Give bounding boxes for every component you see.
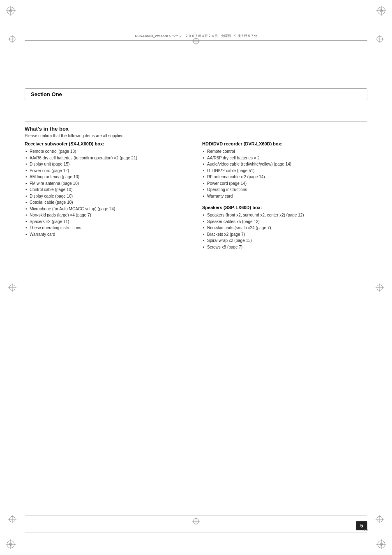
list-item: Operating instructions — [202, 187, 367, 193]
side-mark-mr — [376, 283, 384, 292]
intro-text: Please confirm that the following items … — [25, 134, 367, 138]
list-item: Spacers ×2 (page 11) — [25, 219, 190, 225]
list-item: Display unit (page 15) — [25, 161, 190, 168]
section-title: What's in the box — [25, 126, 367, 132]
side-mark-bl — [8, 515, 16, 524]
corner-mark-br — [371, 534, 386, 549]
two-column-layout: Receiver subwoofer (SX-LX60D) box: Remot… — [25, 141, 367, 256]
list-item: AA/R6P dry cell batteries × 2 — [202, 155, 367, 161]
hdd-box-title: HDD/DVD recorder (DVR-LX60D) box: — [202, 141, 367, 146]
list-item: These operating instructions — [25, 225, 190, 231]
list-item: Warranty card — [25, 231, 190, 238]
bottom-line-1 — [25, 516, 367, 516]
list-item: Coaxial cable (page 10) — [25, 199, 190, 206]
receiver-box-title: Receiver subwoofer (SX-LX60D) box: — [25, 141, 190, 146]
list-item: Display cable (page 10) — [25, 193, 190, 200]
bottom-line-2 — [25, 532, 367, 532]
list-item: Remote control — [202, 148, 367, 155]
list-item: FM wire antenna (page 10) — [25, 180, 190, 187]
center-top-crosshair — [192, 37, 200, 46]
list-item: AM loop antenna (page 10) — [25, 174, 190, 180]
list-item: Power cord (page 14) — [202, 180, 367, 187]
list-item: Non-skid pads (small) x24 (page 7) — [202, 225, 367, 231]
side-mark-br — [376, 515, 384, 524]
list-item: Control cable (page 10) — [25, 187, 190, 193]
main-content: What's in the box Please confirm that th… — [25, 121, 367, 522]
speakers-box-title: Speakers (SSP-LX60D) box: — [202, 205, 367, 210]
list-item: Brackets x2 (page 7) — [202, 231, 367, 238]
side-mark-ml — [8, 283, 16, 292]
hdd-items-list: Remote control AA/R6P dry cell batteries… — [202, 148, 367, 199]
content-divider — [25, 121, 367, 122]
speakers-items-list: Speakers (front x2, surround x2, center … — [202, 212, 367, 250]
side-mark-tl — [8, 35, 16, 44]
list-item: Microphone (for Auto MCACC setup) (page … — [25, 206, 190, 212]
section-one-label: Section One — [31, 91, 62, 97]
page-lang: En — [364, 528, 368, 532]
section-banner: Section One — [25, 88, 367, 100]
list-item: Warranty card — [202, 193, 367, 200]
list-item: G-LINK™ cable (page 51) — [202, 168, 367, 174]
corner-mark-bl — [6, 534, 21, 549]
list-item: AA/R6 dry cell batteries (to confirm ope… — [25, 155, 190, 161]
list-item: Screws x8 (page 7) — [202, 244, 367, 251]
list-item: Non-skid pads (large) ×4 (page 7) — [25, 212, 190, 219]
receiver-items-list: Remote control (page 18) AA/R6 dry cell … — [25, 148, 190, 237]
corner-mark-tr — [371, 6, 386, 21]
list-item: Audio/video cable (red/white/yellow) (pa… — [202, 161, 367, 168]
left-column: Receiver subwoofer (SX-LX60D) box: Remot… — [25, 141, 190, 256]
list-item: Speaker cables x5 (page 12) — [202, 219, 367, 225]
corner-mark-tl — [6, 6, 21, 21]
list-item: Power cord (page 12) — [25, 168, 190, 174]
list-item: Speakers (front x2, surround x2, center … — [202, 212, 367, 219]
list-item: RF antenna cable x 2 (page 14) — [202, 174, 367, 180]
side-mark-tr — [376, 35, 384, 44]
list-item: Spiral wrap x2 (page 13) — [202, 237, 367, 244]
list-item: Remote control (page 18) — [25, 148, 190, 155]
right-column: HDD/DVD recorder (DVR-LX60D) box: Remote… — [202, 141, 367, 256]
